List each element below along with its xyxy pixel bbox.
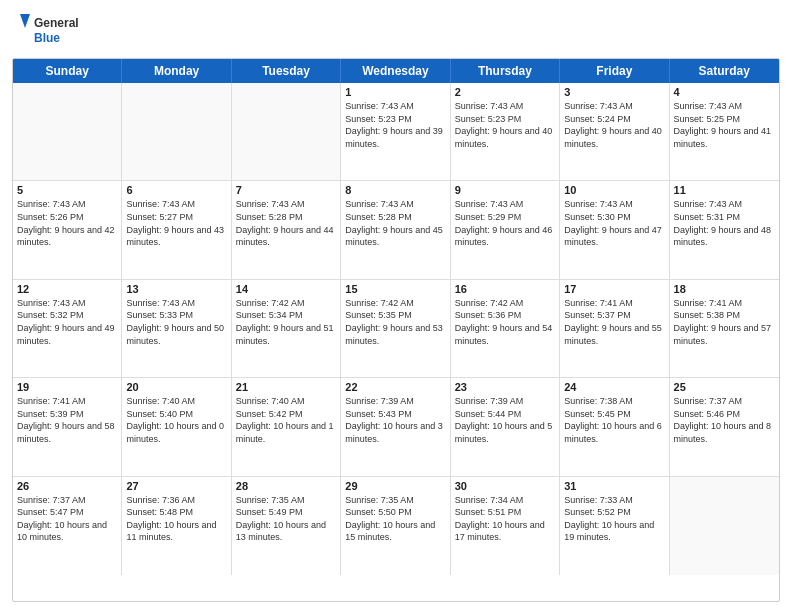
cell-info: Sunrise: 7:35 AMSunset: 5:50 PMDaylight:… [345,494,445,544]
cell-date: 25 [674,381,775,393]
day-header-saturday: Saturday [670,59,779,83]
svg-marker-2 [20,14,30,28]
cell-info: Sunrise: 7:40 AMSunset: 5:42 PMDaylight:… [236,395,336,445]
cell-info: Sunrise: 7:43 AMSunset: 5:27 PMDaylight:… [126,198,226,248]
cell-date: 13 [126,283,226,295]
cell-date: 20 [126,381,226,393]
cell-info: Sunrise: 7:37 AMSunset: 5:47 PMDaylight:… [17,494,117,544]
svg-text:Blue: Blue [34,31,60,45]
calendar-cell-14: 14Sunrise: 7:42 AMSunset: 5:34 PMDayligh… [232,280,341,377]
calendar-cell-4: 4Sunrise: 7:43 AMSunset: 5:25 PMDaylight… [670,83,779,180]
svg-text:General: General [34,16,79,30]
cell-info: Sunrise: 7:43 AMSunset: 5:26 PMDaylight:… [17,198,117,248]
cell-date: 7 [236,184,336,196]
calendar-container: General Blue SundayMondayTuesdayWednesda… [0,0,792,612]
calendar-body: 1Sunrise: 7:43 AMSunset: 5:23 PMDaylight… [13,83,779,575]
calendar-cell-1: 1Sunrise: 7:43 AMSunset: 5:23 PMDaylight… [341,83,450,180]
calendar-cell-26: 26Sunrise: 7:37 AMSunset: 5:47 PMDayligh… [13,477,122,575]
calendar-week-5: 26Sunrise: 7:37 AMSunset: 5:47 PMDayligh… [13,477,779,575]
cell-date: 22 [345,381,445,393]
cell-info: Sunrise: 7:35 AMSunset: 5:49 PMDaylight:… [236,494,336,544]
day-header-monday: Monday [122,59,231,83]
day-header-wednesday: Wednesday [341,59,450,83]
cell-date: 3 [564,86,664,98]
logo-svg: General Blue [12,10,92,50]
calendar-cell-21: 21Sunrise: 7:40 AMSunset: 5:42 PMDayligh… [232,378,341,475]
calendar-cell-6: 6Sunrise: 7:43 AMSunset: 5:27 PMDaylight… [122,181,231,278]
calendar-cell-10: 10Sunrise: 7:43 AMSunset: 5:30 PMDayligh… [560,181,669,278]
cell-date: 19 [17,381,117,393]
empty-cell [232,83,341,180]
cell-info: Sunrise: 7:41 AMSunset: 5:37 PMDaylight:… [564,297,664,347]
cell-date: 2 [455,86,555,98]
calendar-cell-18: 18Sunrise: 7:41 AMSunset: 5:38 PMDayligh… [670,280,779,377]
calendar-cell-22: 22Sunrise: 7:39 AMSunset: 5:43 PMDayligh… [341,378,450,475]
cell-info: Sunrise: 7:42 AMSunset: 5:35 PMDaylight:… [345,297,445,347]
cell-date: 21 [236,381,336,393]
cell-date: 23 [455,381,555,393]
day-header-tuesday: Tuesday [232,59,341,83]
cell-date: 31 [564,480,664,492]
empty-cell [670,477,779,575]
cell-date: 11 [674,184,775,196]
cell-date: 26 [17,480,117,492]
cell-info: Sunrise: 7:43 AMSunset: 5:28 PMDaylight:… [345,198,445,248]
day-header-thursday: Thursday [451,59,560,83]
cell-info: Sunrise: 7:36 AMSunset: 5:48 PMDaylight:… [126,494,226,544]
logo: General Blue [12,10,92,50]
day-header-sunday: Sunday [13,59,122,83]
calendar-cell-25: 25Sunrise: 7:37 AMSunset: 5:46 PMDayligh… [670,378,779,475]
cell-date: 1 [345,86,445,98]
cell-date: 18 [674,283,775,295]
cell-info: Sunrise: 7:37 AMSunset: 5:46 PMDaylight:… [674,395,775,445]
cell-info: Sunrise: 7:39 AMSunset: 5:43 PMDaylight:… [345,395,445,445]
cell-info: Sunrise: 7:39 AMSunset: 5:44 PMDaylight:… [455,395,555,445]
cell-info: Sunrise: 7:41 AMSunset: 5:38 PMDaylight:… [674,297,775,347]
cell-date: 4 [674,86,775,98]
cell-info: Sunrise: 7:43 AMSunset: 5:32 PMDaylight:… [17,297,117,347]
calendar-cell-31: 31Sunrise: 7:33 AMSunset: 5:52 PMDayligh… [560,477,669,575]
cell-info: Sunrise: 7:43 AMSunset: 5:25 PMDaylight:… [674,100,775,150]
calendar-cell-28: 28Sunrise: 7:35 AMSunset: 5:49 PMDayligh… [232,477,341,575]
cell-info: Sunrise: 7:43 AMSunset: 5:31 PMDaylight:… [674,198,775,248]
cell-date: 9 [455,184,555,196]
calendar-cell-30: 30Sunrise: 7:34 AMSunset: 5:51 PMDayligh… [451,477,560,575]
calendar-cell-12: 12Sunrise: 7:43 AMSunset: 5:32 PMDayligh… [13,280,122,377]
cell-info: Sunrise: 7:40 AMSunset: 5:40 PMDaylight:… [126,395,226,445]
cell-date: 17 [564,283,664,295]
cell-info: Sunrise: 7:43 AMSunset: 5:30 PMDaylight:… [564,198,664,248]
cell-date: 8 [345,184,445,196]
calendar-cell-27: 27Sunrise: 7:36 AMSunset: 5:48 PMDayligh… [122,477,231,575]
cell-info: Sunrise: 7:38 AMSunset: 5:45 PMDaylight:… [564,395,664,445]
calendar-week-2: 5Sunrise: 7:43 AMSunset: 5:26 PMDaylight… [13,181,779,279]
calendar-cell-5: 5Sunrise: 7:43 AMSunset: 5:26 PMDaylight… [13,181,122,278]
calendar-cell-3: 3Sunrise: 7:43 AMSunset: 5:24 PMDaylight… [560,83,669,180]
cell-info: Sunrise: 7:41 AMSunset: 5:39 PMDaylight:… [17,395,117,445]
calendar-cell-29: 29Sunrise: 7:35 AMSunset: 5:50 PMDayligh… [341,477,450,575]
cell-info: Sunrise: 7:43 AMSunset: 5:24 PMDaylight:… [564,100,664,150]
cell-date: 27 [126,480,226,492]
calendar-cell-24: 24Sunrise: 7:38 AMSunset: 5:45 PMDayligh… [560,378,669,475]
calendar: SundayMondayTuesdayWednesdayThursdayFrid… [12,58,780,602]
cell-date: 28 [236,480,336,492]
cell-date: 6 [126,184,226,196]
calendar-week-1: 1Sunrise: 7:43 AMSunset: 5:23 PMDaylight… [13,83,779,181]
cell-date: 30 [455,480,555,492]
calendar-cell-8: 8Sunrise: 7:43 AMSunset: 5:28 PMDaylight… [341,181,450,278]
cell-date: 16 [455,283,555,295]
calendar-cell-17: 17Sunrise: 7:41 AMSunset: 5:37 PMDayligh… [560,280,669,377]
calendar-week-3: 12Sunrise: 7:43 AMSunset: 5:32 PMDayligh… [13,280,779,378]
calendar-cell-15: 15Sunrise: 7:42 AMSunset: 5:35 PMDayligh… [341,280,450,377]
cell-date: 5 [17,184,117,196]
cell-date: 24 [564,381,664,393]
cell-info: Sunrise: 7:34 AMSunset: 5:51 PMDaylight:… [455,494,555,544]
calendar-cell-20: 20Sunrise: 7:40 AMSunset: 5:40 PMDayligh… [122,378,231,475]
calendar-cell-13: 13Sunrise: 7:43 AMSunset: 5:33 PMDayligh… [122,280,231,377]
cell-info: Sunrise: 7:43 AMSunset: 5:23 PMDaylight:… [345,100,445,150]
calendar-cell-16: 16Sunrise: 7:42 AMSunset: 5:36 PMDayligh… [451,280,560,377]
cell-info: Sunrise: 7:43 AMSunset: 5:33 PMDaylight:… [126,297,226,347]
header: General Blue [12,10,780,50]
calendar-cell-7: 7Sunrise: 7:43 AMSunset: 5:28 PMDaylight… [232,181,341,278]
calendar-cell-23: 23Sunrise: 7:39 AMSunset: 5:44 PMDayligh… [451,378,560,475]
cell-info: Sunrise: 7:43 AMSunset: 5:29 PMDaylight:… [455,198,555,248]
